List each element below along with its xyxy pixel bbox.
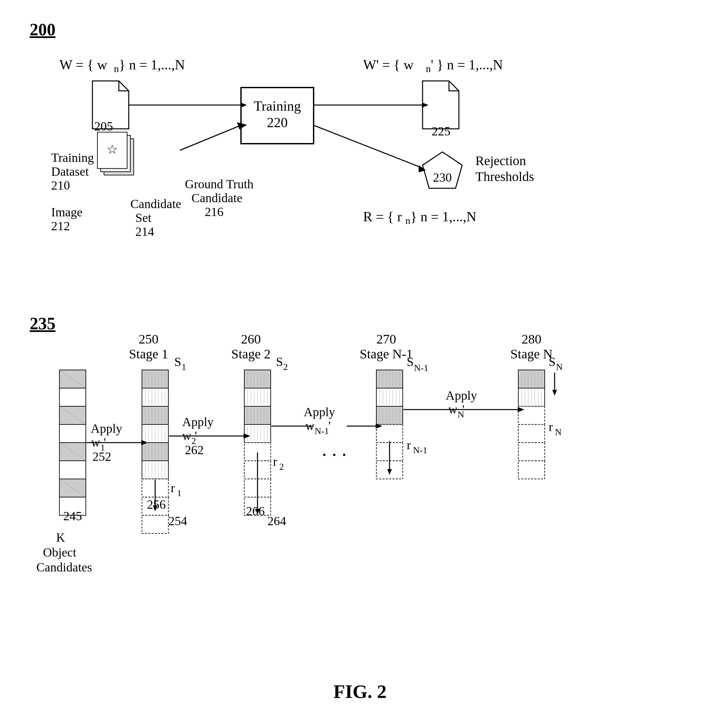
svg-text:Candidate: Candidate bbox=[191, 191, 242, 205]
svg-text:S: S bbox=[276, 355, 283, 369]
svg-text:Object: Object bbox=[43, 545, 76, 559]
svg-text:Apply: Apply bbox=[304, 405, 335, 419]
svg-text:': ' bbox=[328, 419, 331, 433]
svg-text:225: 225 bbox=[432, 124, 451, 138]
svg-text:N-1: N-1 bbox=[414, 362, 429, 373]
svg-text:S: S bbox=[549, 355, 555, 369]
svg-text:n: n bbox=[114, 63, 119, 74]
svg-text:n: n bbox=[406, 215, 410, 226]
svg-text:W = { w: W = { w bbox=[59, 57, 107, 72]
svg-text:': ' bbox=[104, 435, 106, 449]
svg-text:Training: Training bbox=[253, 98, 301, 114]
svg-text:Ground Truth: Ground Truth bbox=[185, 177, 253, 191]
svg-text:270: 270 bbox=[376, 332, 396, 347]
svg-text:Apply: Apply bbox=[182, 415, 214, 429]
svg-text:252: 252 bbox=[92, 450, 111, 463]
svg-text:. . .: . . . bbox=[322, 438, 346, 460]
svg-text:} n = 1,...,N: } n = 1,...,N bbox=[410, 209, 476, 224]
svg-text:Stage N: Stage N bbox=[510, 347, 553, 361]
svg-text:Candidates: Candidates bbox=[36, 560, 92, 574]
svg-text:245: 245 bbox=[63, 509, 82, 523]
svg-text:220: 220 bbox=[267, 115, 288, 130]
svg-text:250: 250 bbox=[139, 332, 159, 347]
svg-text:Thresholds: Thresholds bbox=[475, 169, 534, 184]
svg-text:Image: Image bbox=[51, 205, 82, 219]
svg-text:r: r bbox=[407, 438, 411, 452]
svg-rect-57 bbox=[59, 461, 86, 479]
svg-text:r: r bbox=[549, 420, 553, 434]
figure-caption: FIG. 2 bbox=[0, 681, 720, 703]
svg-rect-52 bbox=[59, 388, 86, 406]
svg-rect-192 bbox=[376, 424, 403, 443]
svg-text:R = { r: R = { r bbox=[363, 209, 402, 224]
svg-text:Set: Set bbox=[135, 211, 151, 225]
svg-text:Apply: Apply bbox=[445, 388, 477, 402]
svg-text:260: 260 bbox=[241, 332, 261, 347]
svg-text:r: r bbox=[171, 481, 175, 495]
svg-text:1: 1 bbox=[182, 362, 186, 372]
svg-text:262: 262 bbox=[185, 443, 204, 457]
svg-text:K: K bbox=[56, 531, 66, 544]
svg-text:216: 216 bbox=[205, 205, 224, 219]
svg-line-37 bbox=[180, 125, 240, 150]
svg-text:Dataset: Dataset bbox=[51, 165, 89, 178]
svg-text:266: 266 bbox=[246, 504, 265, 518]
svg-text:Candidate: Candidate bbox=[130, 197, 181, 211]
svg-line-41 bbox=[314, 125, 422, 168]
svg-text:N: N bbox=[556, 362, 563, 372]
svg-text:230: 230 bbox=[433, 170, 452, 184]
svg-text:2: 2 bbox=[283, 362, 288, 372]
svg-text:Stage N-1: Stage N-1 bbox=[360, 347, 413, 361]
svg-text:210: 210 bbox=[51, 178, 70, 192]
svg-text:214: 214 bbox=[135, 225, 154, 239]
svg-marker-222 bbox=[552, 390, 557, 396]
svg-text:w: w bbox=[182, 429, 191, 443]
svg-rect-216 bbox=[518, 424, 545, 443]
svg-text:} n = 1,...,N: } n = 1,...,N bbox=[119, 57, 185, 72]
svg-text:w: w bbox=[91, 435, 101, 449]
svg-text:254: 254 bbox=[168, 514, 187, 528]
svg-text:N-1: N-1 bbox=[413, 445, 427, 455]
svg-text:N-1: N-1 bbox=[314, 426, 329, 436]
svg-text:☆: ☆ bbox=[107, 142, 118, 156]
svg-text:205: 205 bbox=[95, 119, 113, 133]
svg-text:Apply: Apply bbox=[91, 422, 122, 435]
svg-text:N: N bbox=[555, 427, 561, 437]
svg-text:S: S bbox=[407, 355, 413, 369]
svg-text:n: n bbox=[426, 63, 431, 74]
svg-text:' } n = 1,...,N: ' } n = 1,...,N bbox=[431, 57, 503, 72]
svg-text:2: 2 bbox=[279, 462, 284, 472]
svg-text:w: w bbox=[448, 402, 458, 416]
svg-text:': ' bbox=[462, 402, 464, 416]
svg-rect-218 bbox=[518, 461, 545, 479]
svg-text:Rejection: Rejection bbox=[475, 153, 526, 168]
svg-text:Stage 1: Stage 1 bbox=[129, 347, 168, 361]
svg-rect-217 bbox=[518, 443, 545, 461]
svg-text:212: 212 bbox=[51, 219, 70, 233]
svg-text:280: 280 bbox=[522, 332, 542, 347]
svg-text:r: r bbox=[273, 454, 277, 468]
svg-text:Training: Training bbox=[51, 151, 94, 165]
svg-rect-118 bbox=[142, 515, 168, 534]
svg-text:': ' bbox=[195, 429, 197, 443]
svg-text:S: S bbox=[174, 355, 181, 369]
diagram-200-svg: W = { w n } n = 1,...,N W' = { w n ' } n… bbox=[26, 33, 693, 314]
page: 200 FIG. 2 W = { w n } n = 1,...,N W' = … bbox=[0, 0, 720, 728]
svg-text:Stage 2: Stage 2 bbox=[232, 347, 271, 361]
diagram-235-svg: 250 Stage 1 260 Stage 2 270 Stage N-1 28… bbox=[26, 324, 693, 661]
svg-text:264: 264 bbox=[267, 514, 286, 528]
svg-rect-55 bbox=[59, 424, 86, 443]
svg-text:W' = { w: W' = { w bbox=[363, 57, 414, 72]
svg-text:1: 1 bbox=[177, 488, 182, 498]
svg-text:256: 256 bbox=[147, 497, 166, 511]
svg-text:w: w bbox=[305, 419, 314, 433]
